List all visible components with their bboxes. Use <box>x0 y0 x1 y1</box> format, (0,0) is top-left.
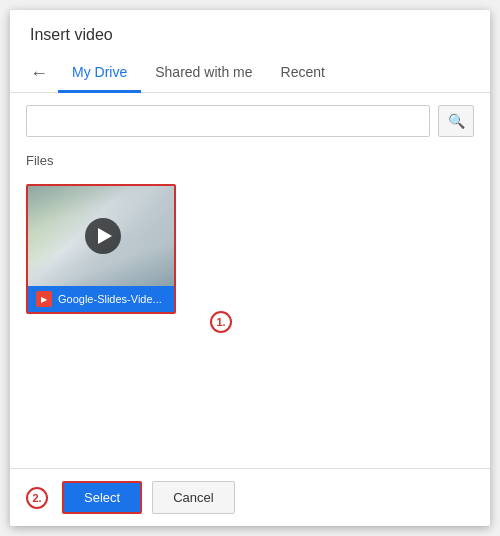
video-thumbnail[interactable]: Google-Slides-Vide... <box>26 184 176 314</box>
play-icon <box>85 218 121 254</box>
back-button[interactable]: ← <box>20 55 58 92</box>
search-icon: 🔍 <box>448 113 465 129</box>
files-label: Files <box>10 149 490 176</box>
tabs-row: ← My Drive Shared with me Recent <box>10 54 490 93</box>
tab-shared-with-me[interactable]: Shared with me <box>141 54 266 93</box>
select-button[interactable]: Select <box>62 481 142 514</box>
tab-my-drive[interactable]: My Drive <box>58 54 141 93</box>
play-triangle <box>98 228 112 244</box>
thumbnail-image <box>28 186 176 286</box>
video-name: Google-Slides-Vide... <box>58 293 162 305</box>
search-input[interactable] <box>26 105 430 137</box>
thumbnail-footer: Google-Slides-Vide... <box>28 286 174 312</box>
dialog-title: Insert video <box>10 10 490 54</box>
dialog-footer: 2. Select Cancel <box>10 468 490 526</box>
slides-icon <box>36 291 52 307</box>
annotation-2: 2. <box>26 487 48 509</box>
annotation-1: 1. <box>210 311 232 333</box>
files-area: Google-Slides-Vide... 1. <box>10 176 490 468</box>
cancel-button[interactable]: Cancel <box>152 481 234 514</box>
insert-video-dialog: Insert video ← My Drive Shared with me R… <box>10 10 490 526</box>
tab-recent[interactable]: Recent <box>267 54 339 93</box>
search-button[interactable]: 🔍 <box>438 105 474 137</box>
search-row: 🔍 <box>10 93 490 149</box>
footer-buttons: Select Cancel <box>62 481 235 514</box>
